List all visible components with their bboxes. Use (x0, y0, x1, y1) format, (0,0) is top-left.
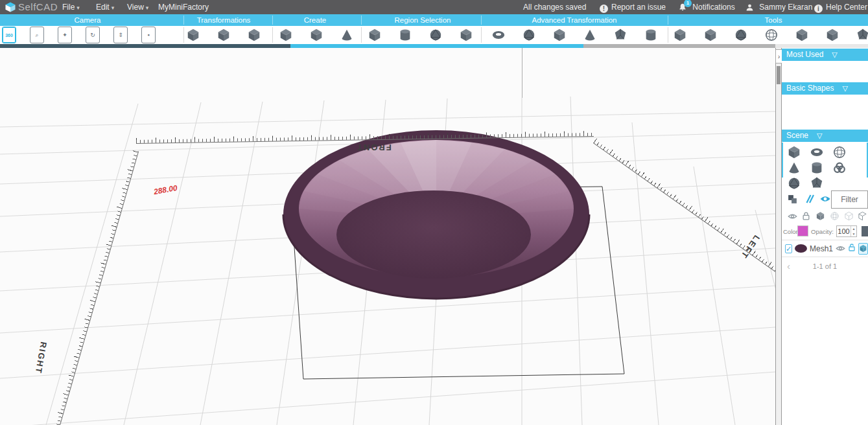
region-cube-select[interactable] (366, 27, 383, 43)
camera-view-360[interactable]: 360 (2, 27, 16, 43)
app-logo-text: SelfCAD (18, 0, 58, 14)
opacity-input[interactable]: 100 ▲▼ (836, 225, 857, 237)
pattern-tool[interactable] (824, 27, 841, 43)
panel-header-scene[interactable]: Scene (782, 130, 868, 142)
info-icon: i (814, 5, 823, 13)
show-all-eye-icon[interactable] (819, 194, 831, 206)
shape-torus-knot[interactable] (832, 161, 847, 175)
panel-scrollbar-track[interactable] (775, 48, 782, 425)
chevron-down-icon (75, 3, 80, 12)
chevron-down-icon (110, 3, 115, 12)
taper-tool[interactable] (581, 27, 598, 43)
bend-tool[interactable] (612, 27, 629, 43)
region-fill-select[interactable] (397, 27, 414, 43)
vertex-modifier-tool[interactable] (521, 27, 537, 43)
create-tool-group (277, 27, 355, 43)
transform-tool-group (185, 27, 263, 43)
shape-cylinder[interactable] (810, 161, 824, 175)
mesh1-bowl (283, 130, 589, 299)
panel-header-basic-shapes[interactable]: Basic Shapes (782, 82, 868, 95)
split-tool[interactable] (702, 27, 719, 43)
selfcad-logo-icon (5, 1, 16, 13)
step-down-icon: ▼ (851, 231, 856, 236)
3d-viewport[interactable]: FRONT RIGHT LEFT 288.00 -23 Total 1 2571… (0, 48, 775, 425)
region-face-select[interactable] (458, 27, 475, 43)
grid-and-mesh-canvas (0, 48, 775, 425)
vertical-axis-line (522, 48, 522, 98)
create-figure[interactable] (338, 27, 355, 43)
twist-tool[interactable] (490, 27, 507, 43)
camera-orbit[interactable]: ↻ (86, 27, 100, 43)
group-objects-icon[interactable] (787, 194, 798, 207)
sphere-precision-tool[interactable] (763, 27, 780, 43)
tools-tool-group (672, 27, 868, 43)
notification-badge: 1 (684, 0, 692, 7)
chevron-down-icon (144, 3, 149, 12)
section-label-transformations: Transformations (197, 14, 251, 26)
move-tool[interactable] (185, 27, 202, 43)
create-shape-generator[interactable] (277, 27, 294, 43)
extra-column-icon[interactable] (858, 211, 868, 222)
skew-tool[interactable] (551, 27, 568, 43)
shape-cube[interactable] (787, 145, 801, 159)
camera-pan[interactable]: ✦ (58, 27, 72, 43)
clipped-appearance-icon[interactable] (862, 226, 868, 236)
camera-fit-view[interactable]: ▪ (141, 27, 156, 43)
region-box-select[interactable] (427, 27, 444, 43)
mesh-color-preview (795, 244, 807, 253)
panel-scrollbar-thumb[interactable] (777, 66, 780, 84)
camera-zoom[interactable]: ⇕ (113, 27, 128, 43)
main-toolbar: 360⌕✦↻⇕▪ (0, 26, 868, 44)
mesh-visibility-eye-icon[interactable] (836, 243, 845, 255)
cut-tool[interactable] (793, 27, 810, 43)
menu-view[interactable]: View (127, 0, 148, 14)
panel-header-most-used[interactable]: Most Used (782, 49, 868, 61)
mesh-name: Mesh1 (810, 244, 833, 253)
create-3d-shapes[interactable] (308, 27, 325, 43)
camera-magnify[interactable]: ⌕ (30, 27, 44, 43)
scene-object-row[interactable]: Mesh1 (782, 240, 868, 257)
mesh-lock-icon[interactable] (848, 243, 856, 255)
visibility-column-icon[interactable] (788, 211, 798, 222)
scene-filter-icons (782, 210, 868, 223)
hollow-tool[interactable] (672, 27, 688, 43)
color-swatch[interactable] (797, 225, 808, 236)
menu-myminifactory[interactable]: MyMiniFactory (158, 0, 209, 14)
shape-icosphere[interactable] (787, 176, 801, 190)
exclamation-icon: ! (600, 5, 608, 13)
wireframe-sphere-column-icon[interactable] (830, 211, 840, 222)
shape-sphere[interactable] (832, 145, 847, 159)
section-label-tools: Tools (765, 14, 782, 26)
section-label-region-selection: Region Selection (395, 14, 451, 26)
shape-torus[interactable] (810, 145, 824, 159)
hide-helpers-icon[interactable] (804, 193, 815, 207)
mesh-checkbox[interactable] (785, 244, 792, 253)
mesh-solid-view-toggle[interactable] (858, 243, 868, 255)
menu-edit[interactable]: Edit (96, 0, 114, 14)
triangle-collapse-icon (842, 85, 847, 92)
section-label-create: Create (304, 14, 327, 26)
lock-column-icon[interactable] (802, 211, 812, 222)
menu-file[interactable]: File (62, 0, 80, 14)
user-account-button[interactable]: Sammy Ekaran (745, 0, 812, 14)
solid-column-icon[interactable] (815, 211, 826, 222)
shape-polyhedron[interactable] (810, 176, 824, 190)
filter-button[interactable]: Filter (831, 190, 868, 209)
help-center-button[interactable]: iHelp Center (814, 0, 867, 14)
rotate-tool[interactable] (215, 27, 232, 43)
wireframe-cube-column-icon[interactable] (844, 211, 854, 222)
wireframe-tool[interactable] (733, 27, 749, 43)
shape-cone[interactable] (787, 161, 801, 175)
section-label-advanced-transformation: Advanced Transformation (532, 14, 616, 26)
notifications-button[interactable]: 1 Notifications (678, 0, 735, 14)
round-tool[interactable] (642, 27, 659, 43)
basic-shapes-grid (782, 143, 868, 178)
report-issue-button[interactable]: !Report an issue (600, 0, 666, 14)
validate-tool[interactable] (854, 27, 868, 43)
advanced-tool-group (490, 27, 659, 43)
selfcad-app: SelfCAD File Edit View MyMiniFactory All… (0, 0, 868, 425)
triangle-collapse-icon (832, 51, 837, 58)
opacity-steppers[interactable]: ▲▼ (850, 226, 856, 236)
scene-pagination: 1-1 of 1 (782, 260, 868, 272)
scale-tool[interactable] (246, 27, 263, 43)
